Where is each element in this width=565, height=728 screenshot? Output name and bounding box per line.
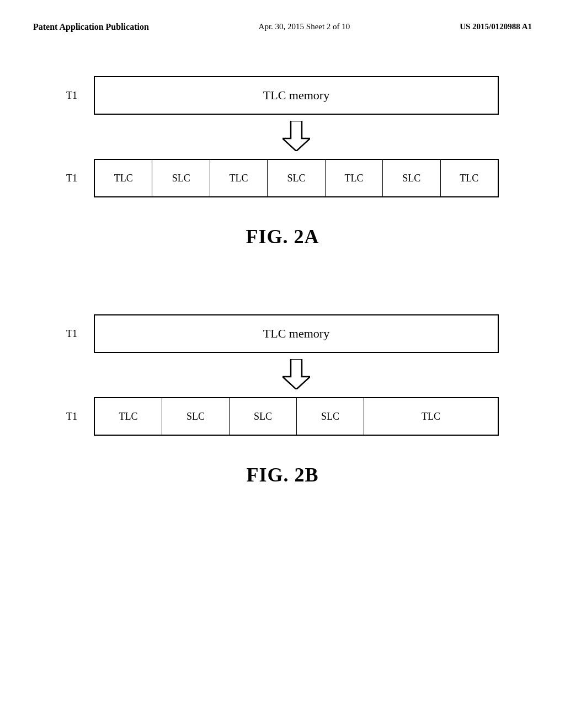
fig2b-arrow-container	[94, 358, 499, 392]
fig2a-tlc-memory-box: TLC memory	[94, 76, 499, 115]
fig2a-arrow-container	[94, 120, 499, 153]
fig2a-segmented-box: TLC SLC TLC SLC TLC SLC TLC	[94, 159, 499, 197]
svg-marker-0	[282, 121, 310, 151]
fig2b-top-row: T1 TLC memory	[66, 314, 499, 353]
fig2b-bottom-label: T1	[66, 411, 94, 422]
sheet-info: Apr. 30, 2015 Sheet 2 of 10	[259, 22, 350, 31]
diagram-2a: T1 TLC memory T	[33, 65, 532, 208]
fig2a-seg-3: TLC	[210, 160, 268, 196]
fig2a-arrow-row	[66, 120, 499, 153]
figure-2b: T1 TLC memory T1	[33, 303, 532, 486]
section-divider	[33, 281, 532, 303]
fig2b-segmented-box: TLC SLC SLC SLC TLC	[94, 397, 499, 436]
fig2b-bottom-row: T1 TLC SLC SLC SLC TLC	[66, 397, 499, 436]
fig2a-seg-5: TLC	[326, 160, 383, 196]
fig2a-seg-6: SLC	[383, 160, 440, 196]
svg-marker-1	[282, 359, 310, 389]
patent-number: US 2015/0120988 A1	[460, 22, 532, 31]
fig2a-label: FIG. 2A	[33, 225, 532, 248]
figure-2a: T1 TLC memory T	[33, 65, 532, 248]
fig2a-seg-7: TLC	[441, 160, 498, 196]
fig2a-top-label: T1	[66, 90, 94, 101]
fig2b-top-label: T1	[66, 328, 94, 340]
fig2a-bottom-row: T1 TLC SLC TLC SLC TLC SLC TLC	[66, 159, 499, 197]
fig2a-down-arrow-icon	[282, 121, 310, 153]
fig2b-tlc-memory-box: TLC memory	[94, 314, 499, 353]
page-header: Patent Application Publication Apr. 30, …	[33, 22, 532, 32]
fig2b-seg-3: SLC	[230, 398, 297, 435]
fig2a-tlc-memory-text: TLC memory	[263, 88, 329, 103]
fig2b-seg-2: SLC	[162, 398, 230, 435]
fig2a-bottom-label: T1	[66, 173, 94, 184]
fig2a-top-row: T1 TLC memory	[66, 76, 499, 115]
fig2b-tlc-memory-text: TLC memory	[263, 326, 329, 341]
fig2b-arrow-row	[66, 358, 499, 392]
fig2b-seg-5: TLC	[364, 398, 498, 435]
fig2a-seg-2: SLC	[152, 160, 210, 196]
fig2a-seg-1: TLC	[95, 160, 152, 196]
fig2b-seg-4: SLC	[297, 398, 364, 435]
publication-label: Patent Application Publication	[33, 22, 149, 32]
fig2b-down-arrow-icon	[282, 359, 310, 392]
fig2b-seg-1: TLC	[95, 398, 162, 435]
diagram-2b: T1 TLC memory T1	[33, 303, 532, 447]
fig2a-seg-4: SLC	[268, 160, 325, 196]
fig2b-label: FIG. 2B	[33, 463, 532, 486]
page: Patent Application Publication Apr. 30, …	[0, 0, 565, 728]
